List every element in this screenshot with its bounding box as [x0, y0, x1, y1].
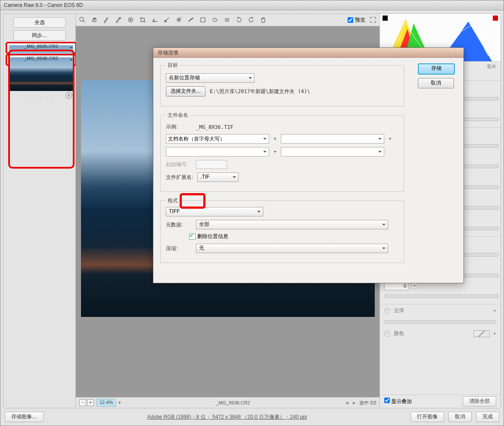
- preview-status-bar: − + 12.4% ▼ _MG_8936.CR2 ◄ ► 选中 2/2: [76, 397, 380, 408]
- example-label: 示例:: [166, 123, 192, 131]
- save-image-button[interactable]: 存储图像…: [5, 412, 44, 422]
- rating-dots: · · · · ·: [7, 93, 75, 101]
- info-unit: 毫米: [487, 63, 496, 70]
- naming-token-2[interactable]: [281, 134, 384, 144]
- zoom-in-button[interactable]: +: [87, 399, 94, 406]
- overlay-checkbox-input[interactable]: [384, 398, 390, 403]
- start-number-input[interactable]: [196, 160, 227, 169]
- plus-separator: +: [274, 136, 277, 142]
- fullscreen-icon[interactable]: [370, 16, 376, 23]
- format-select[interactable]: TIFF: [166, 207, 263, 216]
- white-balance-tool-icon[interactable]: [103, 16, 110, 24]
- overlay-checkbox[interactable]: 显示叠加: [384, 398, 412, 405]
- preferences-tool-icon[interactable]: [223, 16, 231, 24]
- preview-checkbox-input[interactable]: [348, 17, 353, 23]
- zoom-out-button[interactable]: −: [79, 399, 86, 406]
- rotate-ccw-icon[interactable]: [235, 16, 243, 24]
- right-footer: 显示叠加 清除全部: [380, 395, 501, 408]
- preview-checkbox[interactable]: 预览: [348, 16, 365, 24]
- dialog-title: 存储选项: [153, 48, 464, 58]
- svg-line-1: [83, 21, 85, 22]
- sync-button[interactable]: 同步…: [13, 30, 66, 41]
- dehaze-section[interactable]: − 去薄 +: [380, 304, 501, 317]
- file-naming-legend: 文件命名: [166, 112, 190, 119]
- prev-image-button[interactable]: ◄: [345, 400, 349, 405]
- hand-tool-icon[interactable]: [90, 16, 98, 24]
- select-all-button[interactable]: 全选: [13, 17, 66, 28]
- open-image-button[interactable]: 打开图像: [411, 412, 444, 422]
- extension-select[interactable]: .TIF: [197, 172, 239, 182]
- adjustment-brush-tool-icon[interactable]: [187, 16, 195, 24]
- section-add-icon[interactable]: +: [493, 308, 496, 314]
- slider-reset-icon[interactable]: +: [411, 282, 418, 289]
- metadata-label: 元数据:: [166, 221, 192, 229]
- choose-folder-button[interactable]: 选择文件夹...: [166, 86, 205, 97]
- plus-separator: +: [389, 136, 392, 142]
- checkbox-icon[interactable]: [189, 233, 196, 240]
- section-add-icon[interactable]: +: [493, 331, 496, 337]
- trash-icon[interactable]: [259, 16, 267, 24]
- thumbnail-caption: _MG_8935.CR2: [7, 42, 75, 50]
- metadata-select[interactable]: 全部: [196, 220, 388, 229]
- svg-point-4: [130, 19, 131, 21]
- naming-token-4[interactable]: [281, 147, 384, 157]
- radial-filter-tool-icon[interactable]: [211, 16, 219, 24]
- start-number-label: 起始编号:: [166, 161, 192, 168]
- workflow-options-link[interactable]: Adobe RGB (1998)；8 位； 5472 x 3648 （20.0 …: [48, 413, 406, 421]
- crop-tool-icon[interactable]: [139, 16, 146, 24]
- spot-removal-tool-icon[interactable]: [163, 16, 171, 24]
- filmstrip-panel: 全选 同步… · · · · · ± _MG_8935.CR2 · · · · …: [3, 14, 76, 408]
- example-filename: _MG_8936.TIF: [196, 124, 233, 130]
- targeted-adjust-tool-icon[interactable]: [127, 16, 134, 24]
- zoom-tool-icon[interactable]: [78, 16, 86, 24]
- color-swatch[interactable]: [473, 330, 490, 337]
- destination-path: E:\照片库\2017年新疆\新建文件夹 (4)\: [210, 88, 310, 95]
- status-filename: _MG_8936.CR2: [121, 400, 345, 405]
- compression-select[interactable]: 无: [196, 244, 388, 253]
- collapse-icon[interactable]: −: [384, 331, 390, 337]
- save-options-dialog: 存储选项 存储 取消 目标 在新位置存储 选择文件夹... E:\照片库\201…: [153, 47, 464, 283]
- color-sampler-tool-icon[interactable]: [115, 16, 122, 24]
- selection-count: 选中 2/2: [359, 400, 376, 406]
- destination-legend: 目标: [166, 62, 180, 69]
- zoom-select[interactable]: 12.4%: [96, 399, 116, 407]
- naming-token-1[interactable]: 文档名称（首字母大写）: [166, 134, 269, 144]
- compression-label: 压缩:: [166, 245, 192, 252]
- plus-separator: +: [274, 149, 277, 155]
- svg-point-0: [80, 17, 84, 21]
- adjust-badge-icon: ±: [65, 92, 72, 99]
- destination-fieldset: 目标 在新位置存储 选择文件夹... E:\照片库\2017年新疆\新建文件夹 …: [160, 62, 404, 106]
- tool-toolbar: 预览: [76, 14, 380, 26]
- window-title: Camera Raw 8.0 - Canon EOS 6D: [0, 0, 504, 10]
- straighten-tool-icon[interactable]: [151, 16, 159, 24]
- color-label: 颜色: [394, 330, 404, 337]
- done-button[interactable]: 完成: [476, 412, 499, 422]
- format-fieldset: 格式 TIFF 元数据: 全部 删除位置信息 压缩: 无: [160, 197, 404, 263]
- naming-token-3[interactable]: [166, 147, 269, 157]
- svg-rect-8: [201, 18, 205, 22]
- graduated-filter-tool-icon[interactable]: [199, 16, 207, 24]
- format-legend: 格式: [166, 197, 180, 204]
- next-image-button[interactable]: ►: [352, 400, 357, 405]
- cancel-button[interactable]: 取消: [448, 412, 472, 422]
- slider-track[interactable]: [384, 320, 496, 324]
- main-footer: 存储图像… Adobe RGB (1998)；8 位； 5472 x 3648 …: [3, 411, 501, 423]
- svg-point-7: [178, 19, 180, 21]
- preview-label: 预览: [355, 16, 365, 24]
- overlay-label: 显示叠加: [391, 398, 412, 404]
- remove-location-checkbox[interactable]: 删除位置信息: [189, 233, 398, 240]
- redeye-tool-icon[interactable]: [175, 16, 183, 24]
- rotate-cw-icon[interactable]: [247, 16, 255, 24]
- thumbnail-caption: _MG_8936.CR2: [7, 54, 75, 63]
- svg-point-9: [213, 19, 217, 22]
- destination-select[interactable]: 在新位置存储: [166, 73, 255, 83]
- collapse-icon[interactable]: −: [384, 308, 390, 314]
- file-naming-fieldset: 文件命名 示例: _MG_8936.TIF 文档名称（首字母大写） + + +: [160, 112, 404, 192]
- thumbnail-item[interactable]: · · · · · ± _MG_8935.CR2: [7, 43, 75, 53]
- clear-all-button[interactable]: 清除全部: [463, 396, 496, 407]
- slider-track[interactable]: [384, 294, 499, 298]
- extension-label: 文件扩展名:: [166, 174, 193, 181]
- svg-point-2: [120, 18, 121, 19]
- thumbnail-item[interactable]: · · · · · ± _MG_8936.CR2: [7, 55, 75, 65]
- color-section[interactable]: − 颜色 +: [380, 327, 501, 340]
